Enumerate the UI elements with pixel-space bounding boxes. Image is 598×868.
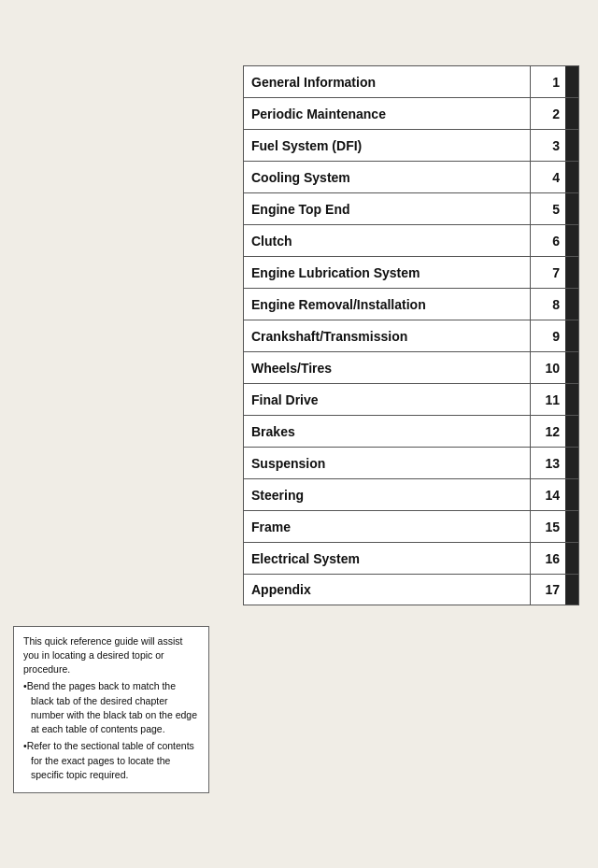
toc-item-number: 17: [530, 575, 565, 605]
toc-item-label: Final Drive: [244, 384, 530, 415]
toc-tab-marker: [565, 320, 578, 351]
toc-row[interactable]: Engine Removal/Installation8: [243, 288, 579, 320]
toc-row[interactable]: Clutch6: [243, 224, 579, 256]
toc-row[interactable]: Brakes12: [243, 415, 579, 447]
toc-item-number: 9: [530, 320, 565, 351]
toc-item-label: Fuel System (DFI): [244, 130, 530, 161]
toc-row[interactable]: Electrical System16: [243, 542, 579, 574]
toc-item-label: Cooling System: [244, 162, 530, 192]
toc-tab-marker: [565, 416, 578, 447]
toc-item-number: 7: [530, 257, 565, 288]
sidebar-note-line1: This quick reference guide will assist y…: [23, 634, 199, 677]
toc-item-number: 15: [530, 511, 565, 542]
toc-tab-marker: [565, 448, 578, 478]
toc-item-number: 16: [530, 543, 565, 574]
toc-item-number: 8: [530, 289, 565, 320]
toc-tab-marker: [565, 289, 578, 320]
toc-tab-marker: [565, 352, 578, 383]
toc-item-number: 13: [530, 448, 565, 478]
toc-row[interactable]: Crankshaft/Transmission9: [243, 320, 579, 351]
toc-tab-marker: [565, 162, 578, 192]
toc-row[interactable]: Periodic Maintenance2: [243, 97, 579, 129]
toc-tab-marker: [565, 543, 578, 574]
toc-tab-marker: [565, 225, 578, 256]
toc-item-number: 11: [530, 384, 565, 415]
toc-tab-marker: [565, 130, 578, 161]
toc-container: General Information1Periodic Maintenance…: [243, 65, 579, 605]
sidebar-note-bullet2: •Refer to the sectional table of content…: [23, 739, 199, 782]
sidebar-note: This quick reference guide will assist y…: [13, 626, 209, 793]
toc-item-label: Crankshaft/Transmission: [244, 320, 530, 351]
toc-item-label: Frame: [244, 511, 530, 542]
sidebar-note-bullet1: •Bend the pages back to match the black …: [23, 679, 199, 736]
toc-row[interactable]: Suspension13: [243, 447, 579, 478]
toc-item-label: Clutch: [244, 225, 530, 256]
toc-row[interactable]: Appendix17: [243, 574, 579, 605]
toc-item-number: 4: [530, 162, 565, 192]
toc-item-label: Brakes: [244, 416, 530, 447]
toc-item-number: 6: [530, 225, 565, 256]
toc-item-number: 1: [530, 66, 565, 97]
toc-row[interactable]: Engine Lubrication System7: [243, 256, 579, 288]
toc-item-label: General Information: [244, 66, 530, 97]
toc-item-label: Suspension: [244, 448, 530, 478]
toc-item-label: Periodic Maintenance: [244, 98, 530, 129]
toc-tab-marker: [565, 66, 578, 97]
toc-item-label: Steering: [244, 479, 530, 510]
toc-tab-marker: [565, 193, 578, 224]
page: General Information1Periodic Maintenance…: [0, 0, 598, 868]
toc-item-label: Engine Top End: [244, 193, 530, 224]
toc-item-number: 3: [530, 130, 565, 161]
toc-tab-marker: [565, 384, 578, 415]
toc-tab-marker: [565, 511, 578, 542]
toc-item-label: Engine Lubrication System: [244, 257, 530, 288]
toc-row[interactable]: Final Drive11: [243, 383, 579, 415]
toc-tab-marker: [565, 479, 578, 510]
toc-item-number: 5: [530, 193, 565, 224]
toc-row[interactable]: Engine Top End5: [243, 192, 579, 224]
toc-row[interactable]: Frame15: [243, 510, 579, 542]
toc-item-label: Electrical System: [244, 543, 530, 574]
toc-row[interactable]: General Information1: [243, 65, 579, 97]
toc-row[interactable]: Wheels/Tires10: [243, 351, 579, 383]
toc-row[interactable]: Fuel System (DFI)3: [243, 129, 579, 161]
toc-item-label: Engine Removal/Installation: [244, 289, 530, 320]
toc-item-number: 12: [530, 416, 565, 447]
toc-item-number: 2: [530, 98, 565, 129]
toc-row[interactable]: Cooling System4: [243, 161, 579, 192]
toc-item-label: Appendix: [244, 575, 530, 605]
toc-tab-marker: [565, 98, 578, 129]
toc-item-label: Wheels/Tires: [244, 352, 530, 383]
toc-tab-marker: [565, 575, 578, 605]
page-title: [0, 0, 598, 65]
toc-item-number: 14: [530, 479, 565, 510]
toc-tab-marker: [565, 257, 578, 288]
toc-row[interactable]: Steering14: [243, 478, 579, 510]
toc-item-number: 10: [530, 352, 565, 383]
